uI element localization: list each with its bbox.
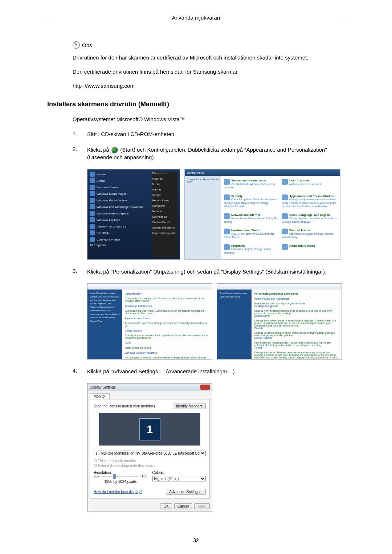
start-item[interactable]: E-mail <box>97 179 105 182</box>
start-right-item[interactable]: Computer <box>152 204 177 208</box>
program-icon <box>90 224 95 229</box>
window-color-link[interactable]: Window Color and Appearance <box>254 297 339 300</box>
program-icon <box>90 217 95 222</box>
os-line: Operativsystemet Microsoft® Windows Vist… <box>73 115 345 123</box>
control-panel-titlebar: Control Panel <box>185 169 340 176</box>
start-item[interactable]: Windows Live Messenger Download <box>97 205 143 209</box>
main-monitor-checkbox[interactable]: ☑ This is my main monitor <box>94 459 206 463</box>
category-icon <box>224 213 230 219</box>
start-right-item[interactable]: Pictures <box>152 177 177 180</box>
dialog-title: Display Settings <box>90 385 116 389</box>
appearance-main: Personalization Change desktop backgroun… <box>122 290 212 359</box>
theme-link[interactable]: Theme <box>254 346 339 349</box>
start-right-item[interactable]: Control Panel <box>152 221 177 224</box>
cancel-button[interactable]: Cancel <box>174 503 192 509</box>
cp-category[interactable]: User AccountsAdd or remove user accounts <box>282 179 337 191</box>
folder-link[interactable]: Folder Options <box>125 329 209 332</box>
mouse-link[interactable]: Mouse Pointers <box>254 337 339 339</box>
cp-category[interactable]: Clock, Language, and RegionChange keyboa… <box>282 213 337 226</box>
category-icon <box>224 244 230 250</box>
cp-category[interactable]: Additional Options <box>282 244 337 257</box>
monitor-icon[interactable]: 1 <box>139 418 160 440</box>
note-icon <box>73 41 80 49</box>
category-icon <box>282 213 288 219</box>
category-icon <box>224 229 230 234</box>
start-menu-window: Internet E-mail Welcome Center Windows M… <box>87 169 180 260</box>
cp-category[interactable]: Ease of AccessLet Windows suggest settin… <box>282 229 337 241</box>
start-right-item[interactable]: Default Programs <box>152 226 177 229</box>
start-item[interactable]: Windows Photo Gallery <box>97 199 127 202</box>
help-link[interactable]: How do I get the best display? <box>94 490 142 494</box>
program-icon <box>90 204 95 209</box>
cp-category[interactable]: SecurityCheck for updates Check this com… <box>224 194 279 210</box>
window-titlebar <box>217 284 342 290</box>
start-item[interactable]: Welcome Center <box>97 186 118 189</box>
program-icon <box>90 198 95 203</box>
start-item[interactable]: Windows Explorer <box>97 218 120 222</box>
start-right-item[interactable]: Search <box>152 193 177 197</box>
resolution-value: 1280 by 1024 pixels <box>94 480 147 484</box>
step-number-2: 2. <box>73 146 81 152</box>
sidebar-link[interactable]: Windows Sidebar Properties <box>125 352 209 354</box>
start-item[interactable]: Windows Meeting Space <box>97 212 128 215</box>
extend-desktop-checkbox[interactable]: ☑ Extend the desktop onto this monitor <box>94 464 206 468</box>
step-number-3: 3. <box>73 268 81 274</box>
monitor-preview[interactable]: 1 <box>99 413 200 446</box>
resolution-slider[interactable] <box>102 476 138 477</box>
start-right-item[interactable]: Documents <box>152 172 177 175</box>
sounds-link[interactable]: Sounds <box>254 327 339 329</box>
step-text-1: Sätt i CD-skivan i CD-ROM-enheten. <box>87 130 345 138</box>
program-icon <box>90 178 95 183</box>
screenshot-step2: Internet E-mail Welcome Center Windows M… <box>87 169 345 260</box>
display-settings-link[interactable]: Display Settings <box>254 359 339 360</box>
start-right-item[interactable]: Games <box>152 188 177 191</box>
ok-button[interactable]: OK <box>160 503 172 509</box>
cp-category[interactable]: ProgramsUninstall a program Change start… <box>224 244 279 257</box>
note-url: http ://www.samsung.com <box>73 82 345 90</box>
start-right-item[interactable]: Recent Items <box>152 199 177 202</box>
start-item[interactable]: Internet <box>97 173 106 176</box>
start-item[interactable]: Command Prompt <box>97 238 120 241</box>
apply-button[interactable]: Apply <box>194 503 210 509</box>
cp-category[interactable]: Hardware and SoundPlay CDs or other medi… <box>224 229 279 241</box>
advanced-settings-button[interactable]: Advanced Settings... <box>166 489 206 495</box>
step-text-4: Klicka på "Advanced Settings..." (Avance… <box>87 368 345 375</box>
monitor-tab[interactable]: Monitor <box>90 393 110 399</box>
close-icon[interactable] <box>200 385 210 390</box>
category-icon <box>282 229 288 234</box>
identify-monitors-button[interactable]: Identify Monitors <box>173 403 206 409</box>
monitor-select[interactable]: 1. (Multiple Monitors) on NVIDIA GeForce… <box>94 451 206 456</box>
cp-category-appearance[interactable]: Appearance and PersonalizationChange the… <box>282 194 337 210</box>
start-item[interactable]: All Programs <box>90 243 106 247</box>
colors-select[interactable]: Highest (32 bit) <box>152 476 206 481</box>
personalization-window: Tasks Change desktop icons Adjust font s… <box>217 283 342 360</box>
category-icon <box>282 194 288 200</box>
fonts-link[interactable]: Fonts <box>125 342 209 344</box>
start-item[interactable]: Adobe Photoshop CS2 <box>97 225 126 228</box>
program-icon <box>90 237 95 242</box>
start-right-item[interactable]: Network <box>152 210 177 213</box>
step2-text-b: (Start) och Kontrollpanelen. Dubbelklick… <box>87 147 327 160</box>
start-right-item[interactable]: Music <box>152 182 177 186</box>
cp-category[interactable]: System and MaintenanceGet started with W… <box>224 179 279 191</box>
start-menu-right-col: Documents Pictures Music Games Search Re… <box>152 172 177 257</box>
note-label: Obs <box>82 42 92 48</box>
start-item[interactable]: Windows Media Player <box>97 192 126 196</box>
header-divider <box>47 23 345 23</box>
step2-text-a: Klicka på <box>87 147 111 153</box>
personalization-link[interactable]: Personalization <box>125 292 209 295</box>
start-item[interactable]: ScanDisk <box>97 231 109 235</box>
screensaver-link[interactable]: Screen Saver <box>254 315 339 317</box>
slider-thumb[interactable] <box>113 474 116 479</box>
desktop-bg-link[interactable]: Desktop Background <box>254 305 339 307</box>
taskbar-link[interactable]: Taskbar and Start Menu <box>125 305 209 307</box>
ease-link[interactable]: Ease of Access Center <box>125 317 209 320</box>
section-heading: Installera skärmens drivrutin (Manuellt) <box>47 100 345 108</box>
drag-instruction: Drag the icons to match your monitors. <box>94 404 156 408</box>
control-panel-window: Control Panel Control Panel Home Classic… <box>184 169 340 260</box>
note-paragraph-2: Den certifierade drivrutinen finns på he… <box>73 68 345 75</box>
start-right-item[interactable]: Connect To <box>152 215 177 218</box>
program-icon <box>90 172 95 177</box>
cp-category[interactable]: Network and InternetView network status … <box>224 213 279 226</box>
start-right-item[interactable]: Help and Support <box>152 231 177 235</box>
